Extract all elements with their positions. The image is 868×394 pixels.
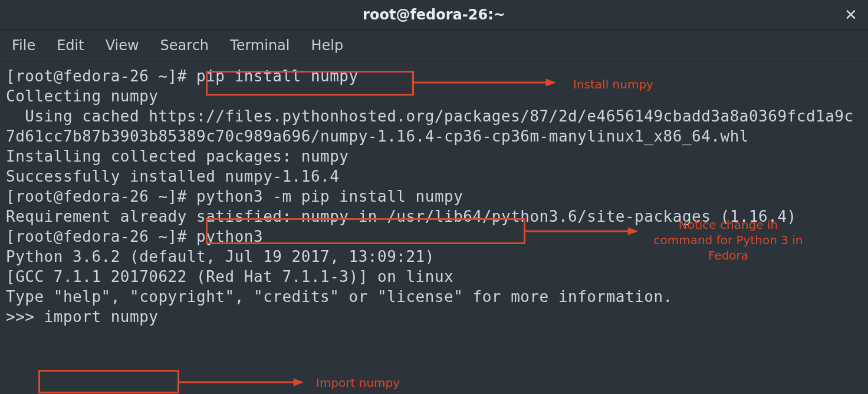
close-icon[interactable]: ✕ (844, 7, 857, 22)
menu-terminal[interactable]: Terminal (230, 37, 290, 54)
terminal-line: Type "help", "copyright", "credits" or "… (6, 287, 862, 307)
menu-help[interactable]: Help (311, 37, 344, 54)
terminal-line: Using cached https://files.pythonhosted.… (6, 106, 862, 146)
menu-view[interactable]: View (106, 37, 139, 54)
terminal-line: [root@fedora-26 ~]# pip install numpy (6, 66, 862, 86)
terminal-line: Successfully installed numpy-1.16.4 (6, 166, 862, 186)
highlight-box-3 (38, 370, 179, 393)
terminal-line: Collecting numpy (6, 86, 862, 106)
annotation-import-numpy: Import numpy (316, 375, 400, 390)
terminal-line: Installing collected packages: numpy (6, 146, 862, 166)
terminal-line: [root@fedora-26 ~]# python3 -m pip insta… (6, 186, 862, 206)
terminal-line: Python 3.6.2 (default, Jul 19 2017, 13:0… (6, 247, 862, 267)
terminal-line: Requirement already satisfied: numpy in … (6, 206, 862, 226)
terminal-line: [GCC 7.1.1 20170622 (Red Hat 7.1.1-3)] o… (6, 267, 862, 287)
terminal-output[interactable]: [root@fedora-26 ~]# pip install numpyCol… (0, 61, 868, 327)
terminal-line: [root@fedora-26 ~]# python3 (6, 226, 862, 247)
menu-edit[interactable]: Edit (57, 37, 84, 54)
window-titlebar: root@fedora-26:~ ✕ (0, 0, 868, 29)
menu-file[interactable]: File (12, 37, 35, 54)
terminal-line: >>> import numpy (6, 307, 862, 327)
arrow-3 (179, 376, 303, 388)
menu-bar: File Edit View Search Terminal Help (0, 29, 868, 61)
window-title: root@fedora-26:~ (363, 6, 505, 23)
svg-marker-5 (294, 379, 303, 386)
menu-search[interactable]: Search (160, 37, 209, 54)
